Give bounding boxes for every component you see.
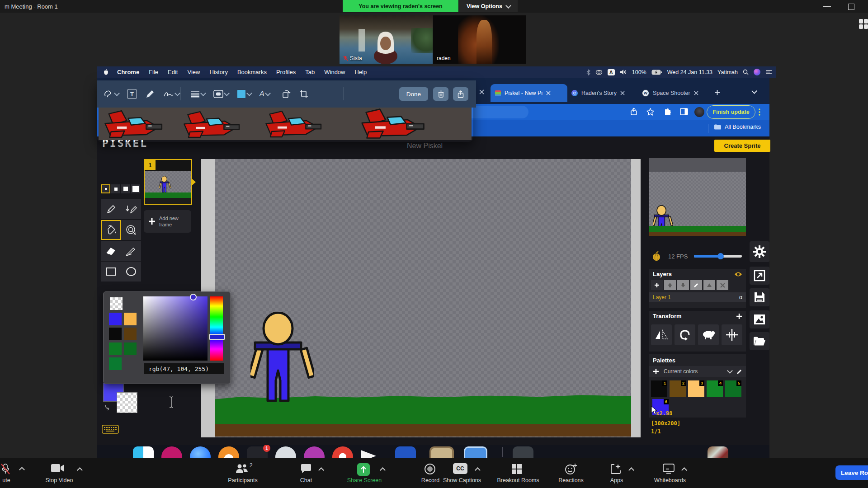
whiteboards-options-chevron[interactable] <box>681 467 687 473</box>
menu-chrome[interactable]: Chrome <box>117 69 139 75</box>
clone-tool[interactable] <box>698 324 719 345</box>
spotlight-icon[interactable] <box>743 69 749 75</box>
tab-piskel[interactable]: Piskel - New Pi <box>491 84 567 102</box>
view-options-button[interactable]: View Options <box>459 0 518 12</box>
dock-app-white-flag[interactable] <box>361 446 382 458</box>
dock-app-dark[interactable] <box>513 446 533 458</box>
captions-options-chevron[interactable] <box>475 467 481 473</box>
shape-style-icon[interactable] <box>213 90 229 98</box>
color-picker-icon[interactable] <box>237 89 251 99</box>
tab-space-shooter[interactable]: W Space Shooter <box>637 84 710 102</box>
edit-palette-icon[interactable] <box>736 369 742 375</box>
kebab-menu-icon[interactable] <box>759 108 760 116</box>
swirl-utility-icon[interactable] <box>595 69 603 75</box>
close-icon[interactable] <box>694 91 698 95</box>
bluetooth-icon[interactable] <box>586 69 590 75</box>
close-icon[interactable] <box>620 91 625 95</box>
add-layer-button[interactable] <box>651 280 663 290</box>
tool-paint-bucket[interactable] <box>101 220 121 240</box>
dock-app-photo[interactable] <box>464 446 487 458</box>
layer-row[interactable]: Layer 1 α <box>649 292 746 302</box>
share-button[interactable] <box>453 87 468 101</box>
picker-swatch-orange[interactable] <box>124 313 137 325</box>
whiteboards-label[interactable]: Whiteboards <box>654 477 686 483</box>
show-captions-label[interactable]: Show Captions <box>443 477 481 483</box>
keyboard-shortcuts-icon[interactable] <box>102 425 119 434</box>
share-screen-label[interactable]: Share Screen <box>347 477 382 483</box>
drawing-canvas[interactable] <box>201 159 641 437</box>
tool-stroke[interactable] <box>121 241 141 261</box>
mute-label[interactable]: ute <box>2 477 10 483</box>
finish-update-button[interactable]: Finish update <box>707 105 755 119</box>
layer-up-button[interactable] <box>664 280 676 290</box>
sketch-tool-icon[interactable] <box>104 89 119 99</box>
restore-button[interactable] <box>848 4 854 10</box>
dock-app-purple[interactable] <box>304 446 325 458</box>
done-button[interactable]: Done <box>399 87 428 101</box>
dock-app-frame[interactable] <box>429 446 454 458</box>
flip-tool[interactable] <box>651 324 672 345</box>
captions-icon[interactable]: CC <box>453 463 467 474</box>
center-tool[interactable] <box>722 324 742 345</box>
delete-layer-button[interactable] <box>717 280 728 290</box>
participants-label[interactable]: Participants <box>228 477 257 483</box>
bookmark-star-icon[interactable] <box>646 108 654 116</box>
tool-rectangle[interactable] <box>101 262 121 282</box>
settings-gear-button[interactable] <box>750 241 769 262</box>
swap-colors-icon[interactable] <box>104 403 112 411</box>
pen-size-1[interactable] <box>101 184 110 193</box>
palette-chevron-icon[interactable] <box>727 368 733 374</box>
dock-app-darkblue[interactable] <box>395 446 416 458</box>
rotate-icon[interactable] <box>281 89 291 99</box>
side-panel-icon[interactable] <box>680 108 688 115</box>
gradient-square[interactable] <box>143 296 208 361</box>
tool-colorswap[interactable] <box>121 220 141 240</box>
frame-thumbnail[interactable]: 1 <box>144 159 192 205</box>
share-icon[interactable] <box>630 108 637 116</box>
layer-down-button[interactable] <box>677 280 689 290</box>
picker-swatch-green[interactable] <box>109 343 122 355</box>
siri-icon[interactable] <box>754 69 760 75</box>
picker-swatch-transparent[interactable] <box>110 297 123 310</box>
gallery-toggle-icon[interactable] <box>858 18 868 30</box>
add-palette-icon[interactable] <box>653 368 659 375</box>
dock-app-blue-sphere[interactable] <box>190 446 211 458</box>
apps-options-chevron[interactable] <box>628 467 634 473</box>
rotate-tool[interactable] <box>675 324 695 345</box>
stop-video-icon[interactable] <box>51 463 64 473</box>
hue-slider[interactable] <box>210 296 223 361</box>
breakout-rooms-icon[interactable] <box>511 463 523 475</box>
video-tile-sista[interactable]: Sista <box>340 15 433 64</box>
reactions-label[interactable]: Reactions <box>558 477 584 483</box>
rename-layer-button[interactable] <box>690 280 702 290</box>
pen-size-3[interactable] <box>121 184 130 193</box>
apps-label[interactable]: Apps <box>610 477 623 483</box>
chat-icon[interactable] <box>300 463 312 474</box>
dock-app-cyan[interactable] <box>133 446 154 458</box>
crop-icon[interactable] <box>299 89 308 99</box>
breakout-rooms-label[interactable]: Breakout Rooms <box>497 477 539 483</box>
fps-slider-handle[interactable] <box>717 253 724 259</box>
video-tile-raden[interactable]: raden <box>433 15 526 64</box>
menu-bookmarks[interactable]: Bookmarks <box>237 69 267 75</box>
minimize-button[interactable] <box>823 6 831 7</box>
mute-options-chevron[interactable] <box>19 467 25 473</box>
picker-swatch-green-2[interactable] <box>124 343 137 355</box>
dock-app-orange[interactable] <box>218 446 239 458</box>
layers-visibility-eye-icon[interactable] <box>734 272 742 277</box>
open-folder-button[interactable] <box>750 332 769 350</box>
close-icon[interactable] <box>546 91 551 95</box>
add-frame-button[interactable]: Add new frame <box>144 210 191 233</box>
create-sprite-button[interactable]: Create Sprite <box>714 140 770 152</box>
gradient-picker-dot[interactable] <box>190 294 197 300</box>
picker-swatch-black[interactable] <box>109 328 122 340</box>
mute-mic-icon[interactable] <box>0 463 11 475</box>
apps-icon[interactable] <box>610 463 622 475</box>
resize-button[interactable] <box>750 267 769 285</box>
tool-circle[interactable] <box>121 262 141 282</box>
extensions-icon[interactable] <box>664 108 672 116</box>
menu-edit[interactable]: Edit <box>168 69 178 75</box>
export-image-button[interactable] <box>750 310 769 328</box>
chat-options-chevron[interactable] <box>318 467 324 473</box>
pen-size-4[interactable] <box>131 184 140 193</box>
